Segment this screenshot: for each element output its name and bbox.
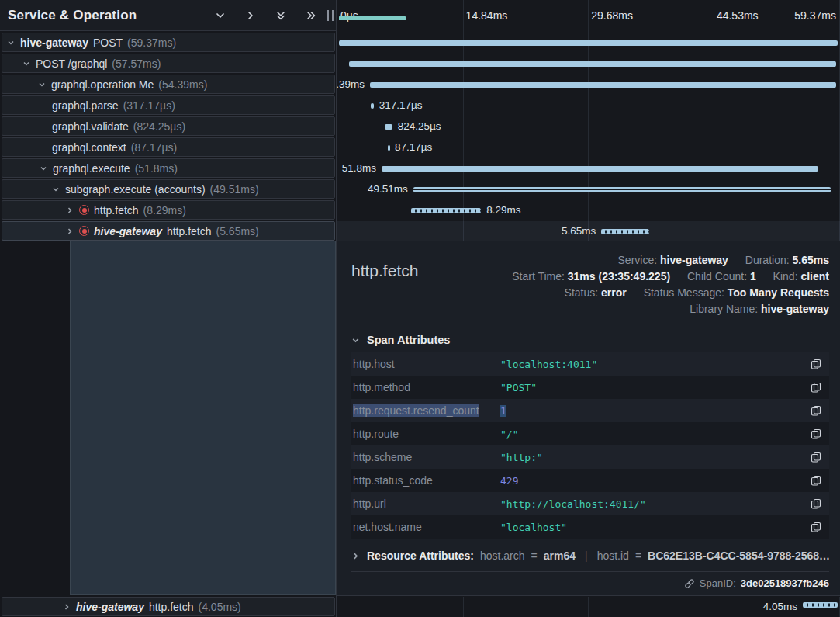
span-bar[interactable] <box>385 124 392 130</box>
section-title: Span Attributes <box>367 334 450 346</box>
chevron-down-icon <box>351 336 361 345</box>
attribute-value: "http://localhost:4011/" <box>500 498 646 510</box>
copy-icon[interactable] <box>809 404 823 418</box>
copy-icon[interactable] <box>809 520 823 534</box>
span-id-label: SpanID: <box>700 577 736 589</box>
chevron-down-icon[interactable] <box>214 9 226 22</box>
attribute-key: http.url <box>353 497 500 510</box>
span-duration: (824.25µs) <box>133 120 185 133</box>
span-id-value: 3de02518937fb246 <box>741 577 829 589</box>
timeline-row: 49.51ms <box>337 179 840 200</box>
chevron-right-icon[interactable] <box>66 206 74 214</box>
span-bar[interactable] <box>388 145 390 151</box>
copy-icon[interactable] <box>809 357 823 371</box>
span-bar[interactable] <box>349 61 836 67</box>
attribute-row[interactable]: http.scheme "http:" <box>351 445 829 469</box>
copy-icon[interactable] <box>809 497 823 511</box>
span-bar[interactable] <box>413 187 831 192</box>
copy-icon[interactable] <box>809 473 823 487</box>
timeline-row-selected: 5.65ms <box>337 221 840 242</box>
tree-row[interactable]: graphql.parse (317.17µs) <box>2 95 335 115</box>
attribute-row[interactable]: http.method "POST" <box>351 376 829 399</box>
meta-value: error <box>601 286 627 299</box>
span-bar[interactable] <box>382 166 818 172</box>
span-bar[interactable] <box>370 82 836 88</box>
tree-row[interactable]: graphql.context (87.17µs) <box>2 137 335 157</box>
attribute-row[interactable]: http.url "http://localhost:4011/" <box>351 492 829 515</box>
tree-row[interactable]: graphql.validate (824.25µs) <box>2 116 335 136</box>
duration-label: 317.17µs <box>379 99 423 111</box>
ruler-tick: 29.68ms <box>591 9 633 22</box>
operation-name: graphql.operation Me <box>51 78 154 91</box>
attribute-row-selected[interactable]: http.request.resend_count 1 <box>351 399 829 422</box>
chevron-down-icon[interactable] <box>38 81 47 88</box>
section-title: Resource Attributes: <box>367 549 474 562</box>
attribute-row[interactable]: http.route "/" <box>351 422 829 445</box>
span-bar[interactable] <box>371 103 374 109</box>
resource-attributes-header[interactable]: Resource Attributes: host.arch = arm64 |… <box>351 549 829 562</box>
attribute-key: http.method <box>353 381 500 393</box>
separator: | <box>585 549 588 562</box>
span-bar[interactable] <box>339 40 838 46</box>
attribute-key: http.request.resend_count <box>353 404 500 417</box>
tree-row-selected[interactable]: hive-gateway http.fetch (5.65ms) <box>2 221 335 241</box>
meta-value: 1 <box>750 270 756 283</box>
tree-row[interactable]: hive-gateway http.fetch (4.05ms) <box>2 597 335 616</box>
double-chevron-down-icon[interactable] <box>275 9 287 22</box>
attribute-key: http.scheme <box>353 451 500 463</box>
span-bar[interactable] <box>411 208 481 213</box>
tree-row[interactable]: POST /graphql (57.57ms) <box>2 54 335 73</box>
tree-row[interactable]: subgraph.execute (accounts) (49.51ms) <box>2 179 335 199</box>
panel-title: Service & Operation <box>8 8 137 23</box>
copy-icon[interactable] <box>809 380 823 394</box>
tree-toolbar <box>214 9 317 22</box>
chevron-right-icon[interactable] <box>244 9 257 22</box>
tree-row[interactable]: graphql.operation Me (54.39ms) <box>2 75 335 94</box>
duration-label: 4.05ms <box>763 601 797 612</box>
attribute-key: http.route <box>353 428 500 440</box>
detail-meta: Service: hive-gateway Duration: 5.65ms S… <box>512 252 829 317</box>
double-chevron-right-icon[interactable] <box>305 9 317 22</box>
error-icon <box>79 226 89 236</box>
attribute-value: "localhost:4011" <box>500 359 597 370</box>
meta-key: Library Name: <box>690 303 758 315</box>
meta-value: 31ms (23:35:49.225) <box>568 270 670 283</box>
span-duration: (49.51ms) <box>210 183 259 196</box>
chevron-down-icon[interactable] <box>7 39 16 47</box>
tree-row[interactable]: graphql.execute (51.8ms) <box>2 158 335 178</box>
chevron-down-icon[interactable] <box>40 165 48 172</box>
span-attributes-header[interactable]: Span Attributes <box>351 334 829 346</box>
panel-resizer-handle[interactable] <box>327 10 334 21</box>
attribute-row[interactable]: http.host "localhost:4011" <box>351 352 829 376</box>
span-bar[interactable] <box>803 602 838 608</box>
operation-name: POST /graphql <box>36 57 107 70</box>
copy-icon[interactable] <box>809 427 823 441</box>
equals-sign: = <box>635 549 641 562</box>
partial-span-bar[interactable] <box>339 16 406 20</box>
chevron-down-icon[interactable] <box>52 185 60 193</box>
service-name: hive-gateway <box>20 36 88 49</box>
copy-icon[interactable] <box>809 450 823 464</box>
span-bar[interactable] <box>601 229 649 234</box>
timeline-row <box>337 54 840 75</box>
chevron-right-icon[interactable] <box>66 227 74 235</box>
timeline-row: 54.39ms <box>337 75 840 95</box>
timeline-panel: 0µs 14.84ms 29.68ms 44.53ms 59.37ms 54.3… <box>337 0 840 617</box>
equals-sign: = <box>531 549 538 562</box>
link-icon[interactable] <box>684 578 695 589</box>
chevron-down-icon[interactable] <box>22 60 31 68</box>
attribute-row[interactable]: http.status_code 429 <box>351 469 829 492</box>
chevron-right-icon[interactable] <box>63 603 71 611</box>
timeline-row: 51.8ms <box>337 158 840 179</box>
attribute-value: "localhost" <box>500 522 567 533</box>
span-duration: (4.05ms) <box>199 601 241 613</box>
operation-name: http.fetch <box>167 225 212 237</box>
attribute-row[interactable]: net.host.name "localhost" <box>351 515 829 539</box>
tree-row[interactable]: hive-gateway POST (59.37ms) <box>2 33 335 52</box>
meta-value: Too Many Requests <box>728 286 829 299</box>
meta-value: hive-gateway <box>660 254 728 266</box>
attribute-value: "POST" <box>500 382 537 393</box>
meta-value: 5.65ms <box>793 254 829 266</box>
tree-row[interactable]: http.fetch (8.29ms) <box>2 200 335 220</box>
meta-key: Child Count: <box>687 270 747 283</box>
